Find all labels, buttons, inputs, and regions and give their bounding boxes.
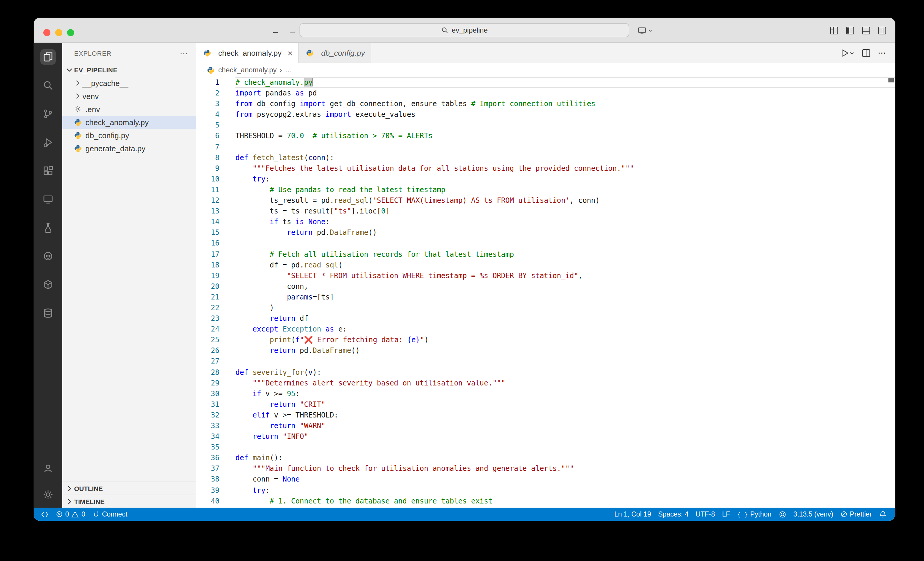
code-line[interactable]: elif v >= THRESHOLD: xyxy=(236,410,895,420)
code-line[interactable] xyxy=(236,442,895,453)
remote-indicator[interactable] xyxy=(38,508,52,520)
activity-explorer[interactable] xyxy=(34,43,62,71)
toggle-panel-icon[interactable] xyxy=(862,26,871,35)
code-line[interactable]: except Exception as e: xyxy=(236,324,895,334)
code-line[interactable]: params=[ts] xyxy=(236,292,895,303)
code-line[interactable]: conn, xyxy=(236,281,895,292)
code-line[interactable]: return df xyxy=(236,313,895,324)
code-line[interactable]: return "WARN" xyxy=(236,420,895,431)
activity-search[interactable] xyxy=(34,71,62,100)
code-line[interactable]: THRESHOLD = 70.0 # utilisation > 70% = A… xyxy=(236,131,895,141)
run-python-file-button[interactable] xyxy=(840,48,855,57)
code-line[interactable] xyxy=(236,238,895,249)
code-line[interactable]: try: xyxy=(236,485,895,495)
code-line[interactable]: # Use pandas to read the latest timestam… xyxy=(236,184,895,195)
code-editor[interactable]: 1234567891011121314151617181920212223242… xyxy=(196,77,895,508)
eol-setting[interactable]: LF xyxy=(718,508,734,520)
code-token: ( xyxy=(338,261,342,269)
code-line[interactable]: # check_anomaly.py xyxy=(236,77,895,88)
code-line[interactable]: return "CRIT" xyxy=(236,399,895,410)
code-line[interactable]: ts = ts_result["ts"].iloc[0] xyxy=(236,206,895,216)
activity-testing[interactable] xyxy=(34,213,62,242)
code-line[interactable]: ts_result = pd.read_sql('SELECT MAX(time… xyxy=(236,195,895,206)
code-line[interactable]: ) xyxy=(236,303,895,313)
code-line[interactable]: print(f"❌ Error fetching data: {e}") xyxy=(236,335,895,345)
split-editor-icon[interactable] xyxy=(862,48,871,57)
tree-item-generate-data-py[interactable]: generate_data.py xyxy=(62,142,196,155)
breadcrumb-file[interactable]: check_anomaly.py xyxy=(218,66,277,74)
code-line[interactable] xyxy=(236,141,895,152)
activity-copilot[interactable] xyxy=(34,242,62,270)
code-line[interactable]: # Fetch all utilisation records for that… xyxy=(236,249,895,260)
encoding-setting[interactable]: UTF-8 xyxy=(692,508,718,520)
connect-button[interactable]: Connect xyxy=(89,508,131,520)
command-center-search[interactable]: ev_pipeline xyxy=(300,23,629,38)
tree-item--env[interactable]: .env xyxy=(62,103,196,116)
breadcrumb-ellipsis[interactable]: … xyxy=(285,66,292,74)
code-line[interactable] xyxy=(236,120,895,131)
formatter-status[interactable]: Prettier xyxy=(837,508,875,520)
timeline-section[interactable]: TIMELINE xyxy=(62,495,196,508)
cursor-position[interactable]: Ln 1, Col 19 xyxy=(610,508,654,520)
back-button[interactable]: ← xyxy=(271,25,280,35)
tree-item-venv[interactable]: venv xyxy=(62,90,196,103)
tab-check-anomaly[interactable]: check_anomaly.py × xyxy=(196,43,299,63)
feedback-smiley[interactable] xyxy=(775,508,790,520)
close-tab-icon[interactable]: × xyxy=(287,48,292,57)
more-actions-icon[interactable]: ⋯ xyxy=(180,48,189,58)
code-line[interactable]: def severity_for(v): xyxy=(236,367,895,378)
code-line[interactable]: """Determines alert severity based on ut… xyxy=(236,378,895,388)
code-token: conn = xyxy=(236,475,283,484)
indentation-setting[interactable]: Spaces: 4 xyxy=(655,508,692,520)
code-line[interactable]: # 1. Connect to the database and ensure … xyxy=(236,495,895,506)
customize-layout-icon[interactable] xyxy=(830,26,838,35)
code-line[interactable]: "SELECT * FROM utilisation WHERE timesta… xyxy=(236,270,895,281)
code-token xyxy=(236,346,270,355)
activity-run-debug[interactable] xyxy=(34,128,62,156)
tree-item-check-anomaly-py[interactable]: check_anomaly.py xyxy=(62,116,196,129)
python-interpreter[interactable]: 3.13.5 (venv) xyxy=(790,508,837,520)
activity-database[interactable] xyxy=(34,299,62,327)
minimize-button[interactable] xyxy=(55,29,62,36)
zoom-button[interactable] xyxy=(67,29,74,36)
code-line[interactable]: return pd.DataFrame() xyxy=(236,345,895,356)
code-line[interactable] xyxy=(236,356,895,367)
toggle-primary-sidebar-icon[interactable] xyxy=(846,26,855,35)
notifications-bell[interactable] xyxy=(875,508,890,520)
problems-indicator[interactable]: 0 0 xyxy=(52,508,89,520)
code-line[interactable]: def main(): xyxy=(236,453,895,464)
tree-item-db-config-py[interactable]: db_config.py xyxy=(62,129,196,142)
toggle-secondary-sidebar-icon[interactable] xyxy=(878,26,886,35)
language-mode[interactable]: { } Python xyxy=(734,508,775,520)
code-line[interactable]: return "INFO" xyxy=(236,431,895,442)
code-line[interactable]: return pd.DataFrame() xyxy=(236,227,895,238)
breadcrumb[interactable]: check_anomaly.py › … xyxy=(196,63,895,77)
code-line[interactable]: import pandas as pd xyxy=(236,88,895,99)
code-line[interactable]: """Fetches the latest utilisation data f… xyxy=(236,163,895,174)
activity-containers[interactable] xyxy=(34,270,62,299)
code-line[interactable]: conn = None xyxy=(236,474,895,485)
code-line[interactable]: if ts is None: xyxy=(236,216,895,227)
activity-remote-explorer[interactable] xyxy=(34,185,62,213)
code-line[interactable]: try: xyxy=(236,174,895,184)
remote-window-control[interactable] xyxy=(638,23,653,38)
tab-db-config[interactable]: db_config.py xyxy=(299,43,371,63)
explorer-root-folder[interactable]: EV_PIPELINE xyxy=(62,63,196,76)
code-line[interactable]: df = pd.read_sql( xyxy=(236,260,895,270)
activity-source-control[interactable] xyxy=(34,100,62,128)
close-button[interactable] xyxy=(43,29,50,36)
activity-extensions[interactable] xyxy=(34,156,62,185)
tree-item-label: db_config.py xyxy=(86,131,129,140)
code-token: ( xyxy=(304,368,308,376)
code-line[interactable]: if v >= 95: xyxy=(236,388,895,399)
code-line[interactable]: def fetch_latest(conn): xyxy=(236,152,895,163)
settings-menu[interactable] xyxy=(34,482,62,508)
code-line[interactable]: from psycopg2.extras import execute_valu… xyxy=(236,110,895,120)
account-menu[interactable] xyxy=(34,456,62,482)
forward-button[interactable]: → xyxy=(288,25,297,35)
tree-item--pycache-[interactable]: __pycache__ xyxy=(62,76,196,90)
code-line[interactable]: from db_config import get_db_connection,… xyxy=(236,99,895,109)
code-line[interactable]: """Main function to check for utilisatio… xyxy=(236,464,895,474)
outline-section[interactable]: OUTLINE xyxy=(62,482,196,495)
more-actions-icon[interactable]: ⋯ xyxy=(878,48,886,57)
